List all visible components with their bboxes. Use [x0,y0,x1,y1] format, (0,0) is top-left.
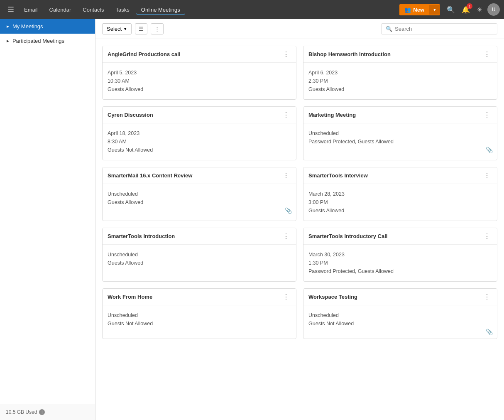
search-input[interactable] [395,26,493,32]
card-header: SmarterTools Introductory Call ⋮ [303,228,497,245]
card-header: SmarterMail 16.x Content Review ⋮ [103,167,296,184]
sidebar-item-my-meetings[interactable]: ► My Meetings [0,19,95,34]
search-box: 🔍 [381,23,497,34]
new-meeting-main-button[interactable]: 👥 New [399,4,429,15]
card-header: Work From Home ⋮ [103,289,296,305]
meeting-card: Work From Home ⋮ UnscheduledGuests Not A… [102,288,296,339]
new-meeting-dropdown-button[interactable]: ▼ [429,5,440,15]
meeting-card: SmarterMail 16.x Content Review ⋮ Unsche… [102,167,296,221]
new-meeting-button-group: 👥 New ▼ [399,4,440,15]
card-title: Cyren Discussion [108,112,153,118]
theme-icon-button[interactable]: ☀ [475,4,484,15]
select-button[interactable]: Select ▼ [102,23,132,34]
main-content: Select ▼ ☰ ⋮ 🔍 AngleGrind Productions ca… [95,19,504,420]
card-menu-button[interactable]: ⋮ [482,111,492,119]
select-label: Select [107,26,122,32]
meeting-card: Bishop Hemsworth Introduction ⋮ April 6,… [303,46,497,100]
meeting-card: Workspace Testing ⋮ UnscheduledGuests No… [303,288,497,339]
card-menu-button[interactable]: ⋮ [281,50,291,58]
select-chevron-icon: ▼ [123,27,127,31]
card-body: UnscheduledPassword Protected, Guests Al… [303,123,497,157]
hamburger-button[interactable]: ☰ [4,3,17,16]
notification-badge: 1 [467,3,472,9]
card-menu-button[interactable]: ⋮ [281,232,291,240]
card-menu-button[interactable]: ⋮ [482,172,492,179]
attachment-icon: 📎 [486,329,493,335]
card-body: UnscheduledGuests Allowed [103,245,296,278]
search-icon: 🔍 [386,26,392,32]
card-title: SmarterTools Interview [308,172,368,179]
card-body: UnscheduledGuests Allowed 📎 [103,184,296,217]
card-title: AngleGrind Productions call [108,51,181,57]
people-icon: 👥 [404,7,411,13]
meeting-card: SmarterTools Interview ⋮ March 28, 20233… [303,167,497,221]
meeting-card: SmarterTools Introduction ⋮ UnscheduledG… [102,228,296,282]
attachment-icon: 📎 [285,207,292,214]
app-layout: ► My Meetings ► Participated Meetings 10… [0,19,504,420]
storage-label: 10.5 GB Used [6,409,37,415]
card-header: Marketing Meeting ⋮ [303,107,497,123]
card-title: Workspace Testing [308,294,357,300]
nav-email[interactable]: Email [19,5,43,15]
search-icon-button[interactable]: 🔍 [445,4,457,15]
card-body: April 5, 202310:30 AMGuests Allowed [103,63,296,99]
my-meetings-label: My Meetings [12,23,43,29]
meeting-card: Cyren Discussion ⋮ April 18, 20238:30 AM… [102,106,296,160]
nav-contacts[interactable]: Contacts [78,5,109,15]
card-header: Bishop Hemsworth Introduction ⋮ [303,46,497,63]
card-menu-button[interactable]: ⋮ [281,172,291,179]
card-title: SmarterMail 16.x Content Review [108,172,192,179]
card-menu-button[interactable]: ⋮ [482,50,492,58]
chevron-right-icon: ► [6,24,10,29]
card-title: Marketing Meeting [308,112,356,118]
card-header: Workspace Testing ⋮ [303,289,497,305]
card-menu-button[interactable]: ⋮ [281,293,291,301]
card-title: Bishop Hemsworth Introduction [308,51,391,57]
card-menu-button[interactable]: ⋮ [281,111,291,119]
participated-meetings-label: Participated Meetings [12,38,64,44]
meeting-card: AngleGrind Productions call ⋮ April 5, 2… [102,46,296,100]
card-title: SmarterTools Introduction [108,233,175,239]
card-header: Cyren Discussion ⋮ [103,107,296,123]
topbar: ☰ Email Calendar Contacts Tasks Online M… [0,0,504,19]
meeting-card: SmarterTools Introductory Call ⋮ March 3… [303,228,497,282]
topbar-icons: 🔍 🔔 1 ☀ U [445,3,500,16]
sidebar: ► My Meetings ► Participated Meetings 10… [0,19,95,420]
filter-button[interactable]: ☰ [135,23,147,34]
card-body: March 28, 20233:00 PMGuests Allowed [303,184,497,221]
card-body: UnscheduledGuests Not Allowed [103,305,296,339]
notification-area: 🔔 1 [460,4,472,15]
card-title: SmarterTools Introductory Call [308,233,387,239]
attachment-icon: 📎 [486,147,493,153]
card-body: April 6, 20232:30 PMGuests Allowed [303,63,497,99]
card-body: April 18, 20238:30 AMGuests Not Allowed [103,123,296,160]
nav-online-meetings[interactable]: Online Meetings [136,5,185,15]
nav-calendar[interactable]: Calendar [44,5,76,15]
card-body: March 30, 20231:30 PMPassword Protected,… [303,245,497,281]
card-header: SmarterTools Interview ⋮ [303,167,497,184]
chevron-right-icon-2: ► [6,39,10,43]
card-menu-button[interactable]: ⋮ [482,293,492,301]
card-body: UnscheduledGuests Not Allowed 📎 [303,305,497,339]
nav-tasks[interactable]: Tasks [111,5,135,15]
main-toolbar: Select ▼ ☰ ⋮ 🔍 [95,19,504,39]
notification-button[interactable]: 🔔 1 [460,4,472,15]
card-header: SmarterTools Introduction ⋮ [103,228,296,245]
user-avatar[interactable]: U [487,3,500,16]
more-options-button[interactable]: ⋮ [151,23,164,34]
card-header: AngleGrind Productions call ⋮ [103,46,296,63]
storage-footer: 10.5 GB Used i [0,404,95,420]
card-title: Work From Home [108,294,152,300]
meetings-grid: AngleGrind Productions call ⋮ April 5, 2… [95,39,504,346]
card-menu-button[interactable]: ⋮ [482,232,492,240]
sidebar-item-participated[interactable]: ► Participated Meetings [0,34,95,48]
meeting-card: Marketing Meeting ⋮ UnscheduledPassword … [303,106,497,160]
info-icon[interactable]: i [39,409,45,415]
